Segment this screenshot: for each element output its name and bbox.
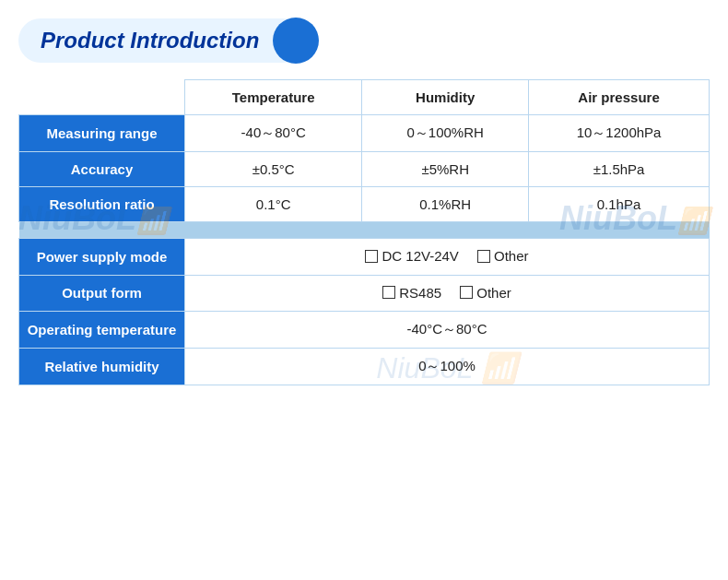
row-label-op-temp: Operating temperature	[19, 312, 185, 349]
row-label-accuracy: Accuracy	[19, 152, 185, 187]
checkbox-other-output-box[interactable]	[460, 286, 473, 299]
col-header-air-pressure: Air pressure	[529, 80, 710, 115]
checkbox-rs485-box[interactable]	[382, 286, 395, 299]
spacer-cell	[19, 222, 710, 239]
table-header-row: Temperature Humidity Air pressure	[19, 80, 710, 115]
checkbox-rs485-label: RS485	[399, 285, 441, 301]
row-label-output: Output form	[19, 275, 185, 312]
table-wrap: NiuBoL📶 NiuBoL📶 Temperature Humidity Air…	[18, 79, 710, 385]
row-label-power: Power supply mode	[19, 239, 185, 276]
cell-accuracy-humidity: ±5%RH	[362, 152, 529, 187]
cell-output-value: RS485 Other	[185, 275, 710, 312]
table-row: Power supply mode DC 12V-24V Other	[19, 239, 710, 276]
cell-measuring-temp: -40～80°C	[185, 115, 362, 152]
checkbox-dc[interactable]: DC 12V-24V	[365, 248, 458, 264]
rel-humidity-value: 0～100%	[418, 358, 476, 373]
checkbox-other-power[interactable]: Other	[477, 248, 529, 264]
checkbox-dc-label: DC 12V-24V	[382, 248, 458, 264]
cell-resolution-pressure: 0.1hPa	[529, 187, 710, 222]
table-row: Accuracy ±0.5°C ±5%RH ±1.5hPa	[19, 152, 710, 187]
table-row: Resolution ratio 0.1°C 0.1%RH 0.1hPa	[19, 187, 710, 222]
checkbox-other-output[interactable]: Other	[460, 285, 511, 301]
cell-resolution-humidity: 0.1%RH	[362, 187, 529, 222]
checkbox-dc-box[interactable]	[365, 250, 378, 263]
table-row: Output form RS485 Other	[19, 275, 710, 312]
product-table: Temperature Humidity Air pressure Measur…	[18, 79, 710, 385]
row-label-rel-humidity: Relative humidity	[19, 349, 185, 385]
cell-accuracy-temp: ±0.5°C	[185, 152, 362, 187]
table-row: Relative humidity NiuBoL 📶 0～100%	[19, 349, 710, 385]
checkbox-other-power-label: Other	[494, 248, 529, 264]
checkbox-other-output-label: Other	[476, 285, 511, 301]
col-header-empty	[19, 80, 185, 115]
col-header-temperature: Temperature	[185, 80, 362, 115]
cell-accuracy-pressure: ±1.5hPa	[529, 152, 710, 187]
container: Product Introduction NiuBoL📶 NiuBoL📶 Tem…	[18, 18, 710, 385]
header-section: Product Introduction	[18, 18, 710, 63]
checkbox-rs485[interactable]: RS485	[382, 285, 441, 301]
cell-rel-humidity-value: NiuBoL 📶 0～100%	[185, 349, 710, 385]
cell-measuring-pressure: 10～1200hPa	[529, 115, 710, 152]
cell-measuring-humidity: 0～100%RH	[362, 115, 529, 152]
row-label-resolution: Resolution ratio	[19, 187, 185, 222]
row-label-measuring-range: Measuring range	[19, 115, 185, 152]
title-blob	[273, 18, 319, 64]
table-row: Measuring range -40～80°C 0～100%RH 10～120…	[19, 115, 710, 152]
cell-power-value: DC 12V-24V Other	[185, 239, 710, 276]
table-row: Operating temperature -40°C～80°C	[19, 312, 710, 349]
col-header-humidity: Humidity	[362, 80, 529, 115]
cell-op-temp-value: -40°C～80°C	[185, 312, 710, 349]
title-wrap: Product Introduction	[18, 18, 305, 63]
checkbox-other-power-box[interactable]	[477, 250, 490, 263]
page-title: Product Introduction	[41, 28, 259, 53]
spacer-row	[19, 222, 710, 239]
cell-resolution-temp: 0.1°C	[185, 187, 362, 222]
